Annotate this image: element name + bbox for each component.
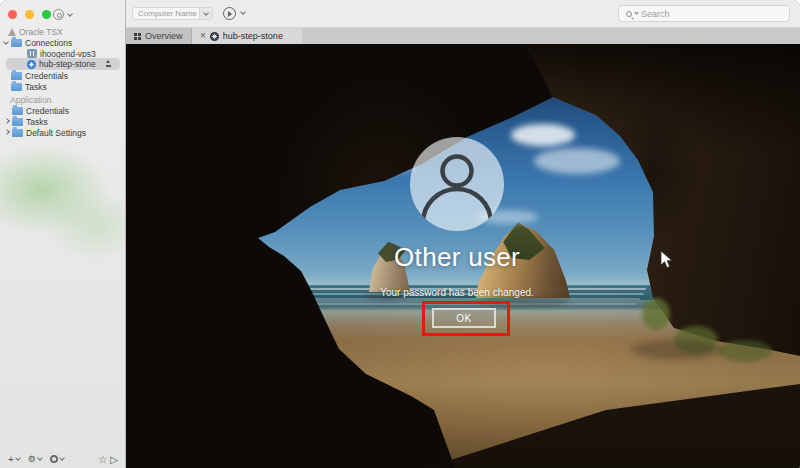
sidebar-item-app-tasks[interactable]: Tasks bbox=[0, 116, 126, 127]
sidebar-item-label: Credentials bbox=[25, 71, 68, 81]
sidebar-item-label: Oracle TSX bbox=[19, 27, 63, 37]
cloud bbox=[534, 148, 620, 174]
navigation-button[interactable] bbox=[50, 455, 64, 463]
profile-icon bbox=[53, 9, 64, 20]
moss-patch bbox=[642, 298, 670, 330]
connect-button[interactable] bbox=[223, 7, 236, 20]
search-input[interactable]: Search bbox=[618, 5, 790, 22]
cloud bbox=[511, 124, 575, 146]
computer-name-combobox[interactable]: Computer Name bbox=[132, 7, 213, 20]
folder-icon bbox=[12, 118, 23, 126]
sidebar-item-default-settings[interactable]: Default Settings bbox=[0, 127, 126, 138]
person-icon bbox=[410, 137, 504, 231]
sidebar-section-application: Application bbox=[0, 94, 126, 105]
sidebar: Oracle TSX Connections ihoogend-vps3 hub… bbox=[0, 0, 126, 468]
sidebar-item-credentials[interactable]: Credentials bbox=[0, 70, 126, 81]
avatar bbox=[410, 137, 504, 231]
settings-button[interactable]: ⚙ bbox=[28, 454, 42, 464]
star-icon: ☆ bbox=[98, 454, 107, 465]
tab-hub-step-stone[interactable]: × hub-step-stone bbox=[192, 28, 302, 44]
plus-icon: + bbox=[8, 454, 14, 465]
profile-menu-button[interactable] bbox=[53, 9, 72, 20]
network-icon bbox=[50, 455, 58, 463]
app-window: Oracle TSX Connections ihoogend-vps3 hub… bbox=[0, 0, 800, 468]
connection-icon bbox=[27, 60, 36, 69]
sidebar-footer-toolbar: + ⚙ ☆ ▷ bbox=[0, 450, 126, 468]
close-window-button[interactable] bbox=[8, 10, 17, 19]
folder-icon bbox=[11, 83, 22, 91]
search-placeholder: Search bbox=[641, 9, 670, 19]
rock-reflection bbox=[631, 340, 721, 360]
sidebar-item-app-credentials[interactable]: Credentials bbox=[0, 105, 126, 116]
chevron-down-icon[interactable] bbox=[3, 39, 9, 45]
chevron-right-icon[interactable] bbox=[4, 118, 10, 124]
tab-bar: Overview × hub-step-stone bbox=[126, 28, 800, 44]
lock-screen-message: Your password has been changed. bbox=[307, 287, 607, 298]
warning-icon bbox=[8, 28, 16, 36]
combobox-dropdown-button[interactable] bbox=[199, 8, 212, 19]
chevron-down-icon[interactable] bbox=[240, 9, 246, 15]
connection-icon bbox=[210, 32, 219, 41]
folder-icon bbox=[12, 129, 23, 137]
wave bbox=[298, 298, 640, 300]
remote-display-icon bbox=[27, 49, 37, 58]
annotation-highlight-box bbox=[422, 301, 510, 336]
sidebar-item-label: Connections bbox=[25, 38, 72, 48]
sidebar-item-connections[interactable]: Connections bbox=[0, 37, 126, 48]
sidebar-item-tasks[interactable]: Tasks bbox=[0, 81, 126, 92]
section-header-label: Application bbox=[10, 95, 52, 105]
sidebar-item-label: Credentials bbox=[26, 106, 69, 116]
eject-icon[interactable] bbox=[105, 60, 112, 68]
sidebar-item-label: ihoogend-vps3 bbox=[40, 49, 96, 59]
main-area: Computer Name Search Overview × hub-step… bbox=[126, 0, 800, 468]
sidebar-item-label: Default Settings bbox=[26, 128, 86, 138]
favorite-button[interactable]: ☆ bbox=[98, 454, 107, 465]
chevron-right-icon[interactable] bbox=[4, 129, 10, 135]
chevron-down-icon bbox=[67, 11, 73, 17]
gear-icon: ⚙ bbox=[28, 454, 36, 464]
grid-icon bbox=[134, 33, 141, 40]
sidebar-item-label: hub-step-stone bbox=[39, 59, 96, 69]
toolbar: Computer Name Search bbox=[126, 0, 800, 28]
folder-icon bbox=[12, 107, 23, 115]
folder-icon bbox=[11, 72, 22, 80]
add-button[interactable]: + bbox=[8, 454, 20, 465]
search-icon bbox=[626, 11, 632, 17]
chevron-down-icon bbox=[203, 10, 209, 16]
play-outline-icon: ▷ bbox=[110, 454, 118, 465]
remote-session-view[interactable]: Other user Your password has been change… bbox=[126, 44, 800, 468]
sidebar-item-label: Tasks bbox=[25, 82, 47, 92]
sidebar-item-hub-step-stone[interactable]: hub-step-stone bbox=[6, 58, 120, 70]
run-button[interactable]: ▷ bbox=[110, 454, 118, 465]
folder-icon bbox=[11, 39, 22, 47]
sidebar-item-label: Tasks bbox=[26, 117, 48, 127]
chevron-down-icon bbox=[37, 455, 43, 461]
window-controls bbox=[8, 10, 51, 19]
zoom-window-button[interactable] bbox=[42, 10, 51, 19]
tab-label: hub-step-stone bbox=[223, 31, 283, 41]
chevron-down-icon bbox=[15, 455, 21, 461]
lock-screen-user: Other user bbox=[257, 242, 657, 273]
minimize-window-button[interactable] bbox=[25, 10, 34, 19]
tab-overview[interactable]: Overview bbox=[126, 28, 192, 44]
sidebar-item-oracle-tsx[interactable]: Oracle TSX bbox=[0, 26, 126, 37]
moss-patch bbox=[718, 340, 772, 362]
computer-name-placeholder: Computer Name bbox=[133, 9, 199, 18]
close-icon[interactable]: × bbox=[200, 31, 206, 41]
cursor-icon bbox=[660, 250, 673, 273]
tab-label: Overview bbox=[145, 31, 183, 41]
chevron-down-icon bbox=[634, 10, 638, 14]
chevron-down-icon bbox=[59, 455, 65, 461]
